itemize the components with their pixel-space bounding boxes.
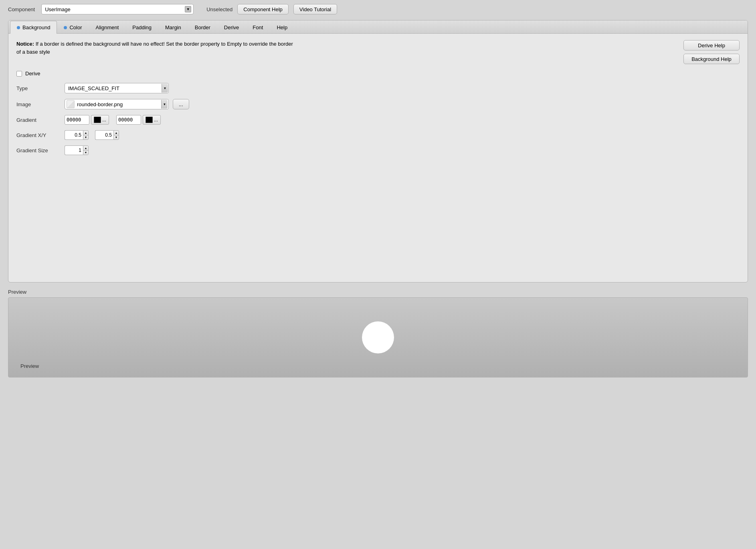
image-name: rounded-border.png: [77, 101, 159, 107]
preview-circle: [362, 321, 394, 353]
notice-body: If a border is defined the background wi…: [16, 41, 293, 55]
image-selector[interactable]: rounded-border.png ▼: [65, 99, 169, 109]
tab-dot-color: [64, 26, 67, 29]
gradient-label: Gradient: [16, 117, 61, 123]
gradient-y-up-icon[interactable]: ▲: [114, 131, 119, 135]
image-row: Image rounded-border.png ▼ ...: [16, 99, 740, 109]
tab-color[interactable]: Color: [57, 21, 89, 34]
gradient-input-1[interactable]: [65, 115, 89, 125]
tab-margin-label: Margin: [165, 24, 181, 30]
tab-derive-label: Derive: [224, 24, 239, 30]
background-help-button[interactable]: Background Help: [683, 54, 740, 64]
tab-border[interactable]: Border: [188, 21, 217, 34]
tab-alignment[interactable]: Alignment: [89, 21, 125, 34]
derive-help-button[interactable]: Derive Help: [683, 40, 740, 50]
image-dropdown-arrow-icon[interactable]: ▼: [161, 100, 168, 109]
gradient-size-spinner-buttons[interactable]: ▲ ▼: [83, 145, 89, 155]
type-dropdown-wrapper[interactable]: IMAGE_SCALED_FITIMAGE_SCALEDIMAGE_TILEDC…: [65, 83, 169, 93]
gradient-y-input[interactable]: [95, 130, 113, 140]
tabs-bar: Background Color Alignment Padding Margi…: [8, 20, 748, 34]
main-panel: Background Color Alignment Padding Margi…: [8, 20, 748, 283]
image-label: Image: [16, 101, 61, 107]
tab-help[interactable]: Help: [270, 21, 294, 34]
tab-background-label: Background: [22, 24, 50, 30]
tab-margin[interactable]: Margin: [158, 21, 188, 34]
component-help-button[interactable]: Component Help: [237, 4, 289, 14]
tab-derive[interactable]: Derive: [217, 21, 246, 34]
image-browse-button[interactable]: ...: [173, 99, 189, 109]
gradient-xy-row: Gradient X/Y ▲ ▼ ▲ ▼: [16, 130, 740, 140]
notice-text: Notice: If a border is defined the backg…: [16, 40, 297, 56]
gradient-size-row: Gradient Size ▲ ▼: [16, 145, 740, 155]
tab-border-label: Border: [195, 24, 210, 30]
gradient-xy-label: Gradient X/Y: [16, 132, 61, 138]
gradient-x-input[interactable]: [65, 130, 83, 140]
gradient-color-ellipsis-2: ...: [154, 117, 158, 123]
gradient-x-spinner[interactable]: ▲ ▼: [65, 130, 89, 140]
tab-alignment-label: Alignment: [95, 24, 119, 30]
gradient-size-up-icon[interactable]: ▲: [83, 146, 88, 151]
gradient-input-2[interactable]: [116, 115, 141, 125]
preview-box: Preview: [8, 297, 748, 377]
gradient-row: Gradient ... ...: [16, 115, 740, 125]
form-section: Type IMAGE_SCALED_FITIMAGE_SCALEDIMAGE_T…: [16, 83, 740, 155]
gradient-x-up-icon[interactable]: ▲: [83, 131, 88, 135]
help-buttons: Derive Help Background Help: [683, 40, 740, 64]
image-thumbnail: [67, 100, 75, 108]
gradient-x-down-icon[interactable]: ▼: [83, 135, 88, 140]
content-area: Notice: If a border is defined the backg…: [8, 34, 748, 282]
preview-inner-label: Preview: [20, 363, 39, 369]
tab-padding[interactable]: Padding: [125, 21, 158, 34]
derive-row: Derive: [16, 71, 740, 77]
video-tutorial-button[interactable]: Video Tutorial: [293, 4, 337, 14]
gradient-color-swatch-2: [146, 117, 153, 123]
tab-padding-label: Padding: [132, 24, 152, 30]
component-label: Component: [8, 6, 35, 12]
gradient-y-down-icon[interactable]: ▼: [114, 135, 119, 140]
gradient-size-down-icon[interactable]: ▼: [83, 151, 88, 155]
gradient-y-spinner-buttons[interactable]: ▲ ▼: [113, 130, 119, 140]
top-bar: Component UserImage ▼ Unselected Compone…: [0, 0, 756, 18]
tab-color-label: Color: [69, 24, 82, 30]
tab-help-label: Help: [277, 24, 287, 30]
gradient-size-label: Gradient Size: [16, 147, 61, 153]
notice-row: Notice: If a border is defined the backg…: [16, 40, 740, 64]
gradient-x-spinner-buttons[interactable]: ▲ ▼: [83, 130, 89, 140]
preview-section: Preview Preview: [8, 289, 748, 377]
tab-dot-background: [17, 26, 20, 29]
type-label: Type: [16, 85, 61, 91]
component-select[interactable]: UserImage: [41, 4, 194, 14]
gradient-color-button-2[interactable]: ...: [143, 115, 161, 125]
gradient-color-swatch-1: [94, 117, 101, 123]
tab-font-label: Font: [253, 24, 263, 30]
gradient-item-1: ...: [65, 115, 109, 125]
tab-font[interactable]: Font: [246, 21, 270, 34]
notice-strong: Notice:: [16, 41, 34, 47]
tab-background[interactable]: Background: [10, 21, 57, 34]
gradient-item-2: ...: [116, 115, 161, 125]
gradient-y-spinner[interactable]: ▲ ▼: [95, 130, 119, 140]
component-selector[interactable]: UserImage ▼: [41, 4, 194, 14]
type-select[interactable]: IMAGE_SCALED_FITIMAGE_SCALEDIMAGE_TILEDC…: [65, 83, 169, 93]
type-row: Type IMAGE_SCALED_FITIMAGE_SCALEDIMAGE_T…: [16, 83, 740, 93]
derive-checkbox[interactable]: [16, 71, 22, 77]
gradient-color-ellipsis-1: ...: [102, 117, 106, 123]
gradient-color-button-1[interactable]: ...: [91, 115, 109, 125]
unselected-label: Unselected: [206, 6, 232, 12]
derive-label: Derive: [25, 71, 40, 77]
gradient-size-spinner[interactable]: ▲ ▼: [65, 145, 89, 155]
preview-label: Preview: [8, 289, 748, 295]
gradient-size-input[interactable]: [65, 145, 83, 155]
